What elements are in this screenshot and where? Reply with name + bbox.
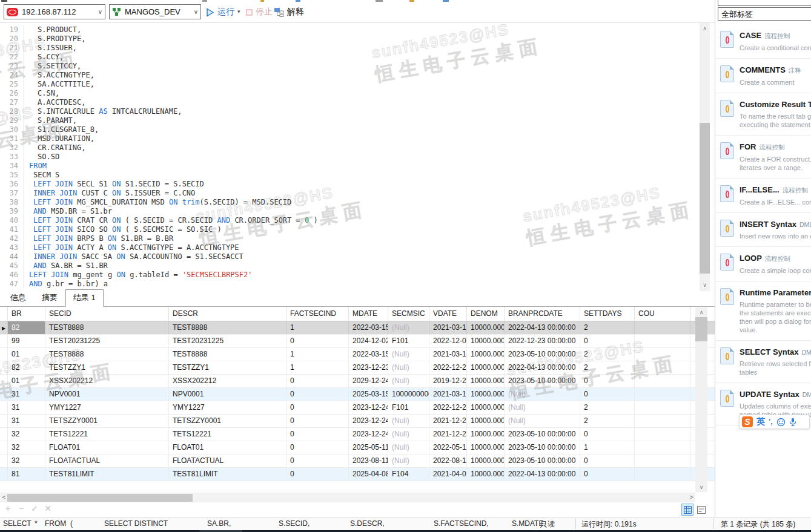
table-cell[interactable]: 0 (580, 468, 635, 481)
row-selector-cell[interactable] (0, 375, 8, 387)
column-header-br[interactable]: BR (8, 307, 45, 321)
table-cell[interactable]: TEST20231225 (169, 335, 286, 347)
table-cell[interactable]: 2023-12-24 (349, 428, 388, 441)
table-cell[interactable]: 2019-12-24 (429, 375, 467, 387)
table-cell[interactable]: 2 (580, 361, 635, 374)
table-cell[interactable]: 0 (286, 388, 349, 401)
table-cell[interactable] (635, 441, 691, 454)
code-text[interactable]: S.ACCTNGTYPE, (24, 71, 94, 80)
table-row[interactable]: 81TEST81LIMITTEST81LIMIT02025-04-08F1042… (0, 468, 715, 481)
column-header-cou[interactable]: COU (635, 307, 691, 321)
database-combo[interactable]: MANGOS_DEV ∨ (109, 4, 201, 19)
column-header-factsecind[interactable]: FACTSECIND (286, 307, 349, 321)
table-cell[interactable]: 2023-05-10 00:00:00 (505, 428, 580, 441)
code-text[interactable]: FROM (24, 162, 47, 171)
table-cell[interactable]: FLOAT01 (45, 441, 169, 454)
table-cell[interactable]: TESTZZY1 (169, 361, 286, 374)
table-cell[interactable]: 2023-05-10 00:00:00 (505, 348, 580, 361)
table-cell[interactable] (635, 388, 691, 401)
table-cell[interactable]: YMY1227 (45, 401, 169, 414)
table-cell[interactable] (635, 348, 691, 361)
scrollbar-thumb[interactable] (695, 317, 707, 341)
ime-language-toggle[interactable]: 英 (756, 416, 765, 427)
server-combo[interactable]: 192.168.87.112 ∨ (4, 4, 105, 19)
ime-punctuation-toggle[interactable]: ’, (769, 418, 773, 426)
row-selector-cell[interactable] (0, 415, 8, 427)
column-header-mdate[interactable]: MDATE (349, 307, 388, 321)
tab-summary[interactable]: 摘要 (34, 289, 65, 307)
code-text[interactable]: LEFT JOIN MG_SMCL_DURATION MSD ON trim(S… (24, 198, 291, 207)
table-cell[interactable]: 32 (8, 428, 45, 441)
table-cell[interactable]: 01 (8, 348, 45, 361)
table-cell[interactable]: TEST81LIMIT (45, 468, 169, 481)
table-cell[interactable]: 10000.00000 (467, 348, 505, 361)
code-text[interactable]: LEFT JOIN BRPS B ON S1.BR = B.BR (24, 234, 173, 243)
table-cell[interactable]: TETS12221 (169, 428, 286, 441)
table-cell[interactable]: 2 (580, 348, 635, 361)
table-cell[interactable]: TETS12221 (45, 428, 169, 441)
table-cell[interactable]: 2023-12-23 (349, 361, 388, 374)
code-text[interactable]: S.ISSUER, (24, 44, 77, 53)
table-cell[interactable]: 2023-12-24 (349, 401, 388, 414)
snippet-item-runtime-parameter[interactable]: ()Runtime ParameterRuntime parameter to … (715, 281, 811, 341)
table-cell[interactable]: 31 (8, 388, 45, 401)
snippet-tags-dropdown[interactable]: 全部标签 (718, 7, 811, 21)
table-cell[interactable]: 10000.00000 (467, 455, 505, 467)
microphone-icon[interactable] (789, 418, 796, 427)
table-cell[interactable]: 10000.00000 (467, 335, 505, 347)
table-cell[interactable]: (Null) (388, 361, 429, 374)
table-row[interactable]: 01TEST8888TEST888812022-03-15(Null)2021-… (0, 348, 715, 361)
table-cell[interactable]: 0 (580, 428, 635, 441)
table-cell[interactable]: 2024-12-02 (349, 335, 388, 347)
table-cell[interactable]: NPV0001 (169, 388, 286, 401)
table-cell[interactable]: 10000.00000 (467, 375, 505, 387)
code-text[interactable]: SECM S (24, 171, 59, 180)
row-selector-cell[interactable] (0, 401, 8, 414)
table-cell[interactable]: (Null) (388, 441, 429, 454)
row-selector-cell[interactable] (0, 441, 8, 454)
delete-record-button[interactable]: − (16, 504, 27, 513)
row-selector-cell[interactable] (0, 388, 8, 401)
table-cell[interactable]: 0 (286, 455, 349, 467)
row-selector-cell[interactable] (0, 348, 8, 361)
table-cell[interactable]: 0 (580, 455, 635, 467)
table-cell[interactable]: 2023-05-10 00:00:00 (505, 375, 580, 387)
table-row[interactable]: 32FLOATACTUALFLOATACTUAL02023-08-11(Null… (0, 455, 715, 468)
table-cell[interactable] (635, 468, 691, 481)
table-cell[interactable]: 2022-04-13 00:00:00 (505, 321, 580, 334)
table-cell[interactable]: 82 (8, 321, 45, 334)
table-cell[interactable]: 1000000000 (388, 388, 429, 401)
row-selector-cell[interactable] (0, 455, 8, 467)
code-text[interactable]: AND MSD.BR = S1.br (24, 207, 112, 216)
table-cell[interactable]: (Null) (388, 455, 429, 467)
chevron-down-icon[interactable]: ∨ (96, 8, 102, 15)
table-cell[interactable]: 0 (580, 335, 635, 347)
table-cell[interactable]: 2021-03-15 (429, 388, 467, 401)
table-cell[interactable]: TEST8888 (45, 348, 169, 361)
table-cell[interactable]: 10000.00000 (467, 428, 505, 441)
table-cell[interactable]: 2025-04-08 (349, 468, 388, 481)
scrollbar-thumb[interactable] (700, 123, 710, 274)
code-text[interactable]: S.PARAMT, (24, 116, 77, 125)
code-text[interactable]: LEFT JOIN CRAT CR ON ( S.SECID = CR.SECI… (24, 216, 318, 225)
table-cell[interactable]: (Null) (388, 321, 429, 334)
code-text[interactable]: A.ACCTDESC, (24, 98, 85, 107)
table-row[interactable]: 32TETS12221TETS1222102023-12-24(Null)202… (0, 428, 715, 441)
table-cell[interactable]: 2025-03-15 (349, 388, 388, 401)
snippet-item-insert-syntax[interactable]: ()INSERT SyntaxDMLInsert new rows into a… (715, 213, 811, 247)
table-cell[interactable]: 10000.00000 (467, 441, 505, 454)
snippet-item-if-else-[interactable]: ()IF...ELSE...流程控制Create a IF...ELSE... … (715, 179, 811, 213)
table-cell[interactable]: 0 (286, 335, 349, 347)
snippet-item-customize-result-t[interactable]: ()Customize Result TTo name the result t… (715, 93, 811, 136)
column-header-vdate[interactable]: VDATE (429, 307, 467, 321)
table-cell[interactable]: TETSZZY0001 (169, 415, 286, 427)
snippet-item-select-syntax[interactable]: ()SELECT SyntaxDMLRetrieve rows selected… (715, 341, 811, 383)
column-header-secmsic[interactable]: SECMSIC (388, 307, 429, 321)
table-cell[interactable]: 2022-12-23 00:00:00 (505, 335, 580, 347)
table-cell[interactable] (635, 401, 691, 414)
table-cell[interactable]: 2025-05-11 (349, 441, 388, 454)
table-cell[interactable]: 99 (8, 335, 45, 347)
table-cell[interactable]: XSSX202212 (169, 375, 286, 387)
table-cell[interactable]: 0 (286, 441, 349, 454)
code-text[interactable]: INNER JOIN CUST C ON S.ISSUER = C.CNO (24, 189, 195, 198)
